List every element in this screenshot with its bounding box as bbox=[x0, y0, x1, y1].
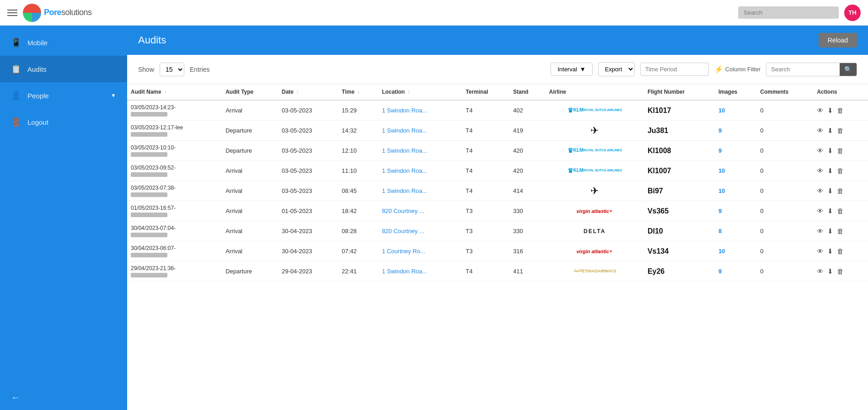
view-icon[interactable]: 👁 bbox=[817, 127, 824, 134]
col-terminal[interactable]: Terminal bbox=[462, 84, 509, 100]
sidebar-item-people[interactable]: 👤 People ▼ bbox=[0, 82, 127, 109]
cell-airline: ♛ KLM ROYAL DUTCH AIRLINES bbox=[546, 161, 644, 181]
delete-icon[interactable]: 🗑 bbox=[837, 127, 844, 134]
col-comments[interactable]: Comments bbox=[756, 84, 813, 100]
download-icon[interactable]: ⬇ bbox=[827, 247, 833, 256]
cell-terminal: T4 bbox=[462, 100, 509, 121]
sidebar-item-mobile[interactable]: 📱 Mobile bbox=[0, 29, 127, 56]
cell-actions: 👁 ⬇ 🗑 bbox=[813, 241, 868, 261]
download-icon[interactable]: ⬇ bbox=[827, 106, 833, 115]
main-header: Audits Reload bbox=[127, 26, 868, 55]
cell-location[interactable]: 1 Swindon Roa... bbox=[378, 161, 462, 181]
cell-flight-number: Vs134 bbox=[644, 241, 715, 261]
col-audit-name[interactable]: Audit Name ↕ bbox=[127, 84, 222, 100]
reload-button[interactable]: Reload bbox=[819, 33, 857, 48]
download-icon[interactable]: ⬇ bbox=[827, 167, 833, 175]
cell-location[interactable]: 1 Swindon Roa... bbox=[378, 100, 462, 121]
view-icon[interactable]: 👁 bbox=[817, 267, 824, 275]
cell-time: 15:29 bbox=[338, 100, 378, 121]
time-period-input[interactable] bbox=[640, 63, 709, 76]
cell-flight-number: Kl1007 bbox=[644, 161, 715, 181]
sidebar-back[interactable]: ← bbox=[0, 385, 127, 410]
delete-icon[interactable]: 🗑 bbox=[837, 106, 844, 114]
cell-audit-type: Arrival bbox=[222, 100, 278, 121]
sidebar-item-audits[interactable]: 📋 Audits bbox=[0, 56, 127, 82]
cell-images: 9 bbox=[715, 261, 756, 282]
cell-location[interactable]: 1 Swindon Roa... bbox=[378, 261, 462, 282]
delete-icon[interactable]: 🗑 bbox=[837, 267, 844, 275]
view-icon[interactable]: 👁 bbox=[817, 147, 824, 154]
cell-flight-number: Kl1008 bbox=[644, 141, 715, 161]
sidebar: 📱 Mobile 📋 Audits 👤 People ▼ 🚪 Logout ← bbox=[0, 26, 127, 410]
table-row: 03/05/2023-09:52- Arrival 03-05-2023 11:… bbox=[127, 161, 868, 181]
cell-stand: 420 bbox=[509, 161, 546, 181]
col-location[interactable]: Location ↕ bbox=[378, 84, 462, 100]
col-date[interactable]: Date ↕ bbox=[278, 84, 338, 100]
sidebar-item-logout[interactable]: 🚪 Logout bbox=[0, 109, 127, 135]
download-icon[interactable]: ⬇ bbox=[827, 147, 833, 155]
view-icon[interactable]: 👁 bbox=[817, 106, 824, 114]
entries-select[interactable]: 15 25 50 bbox=[160, 63, 184, 76]
logo-circle bbox=[23, 4, 41, 22]
interval-button[interactable]: Interval ▼ bbox=[551, 63, 593, 76]
back-icon: ← bbox=[11, 392, 20, 403]
col-time[interactable]: Time ↕ bbox=[338, 84, 378, 100]
cell-location[interactable]: 820 Courtney ... bbox=[378, 221, 462, 241]
download-icon[interactable]: ⬇ bbox=[827, 267, 833, 276]
cell-airline: ✈ bbox=[546, 121, 644, 141]
cell-time: 08:45 bbox=[338, 181, 378, 201]
cell-terminal: T4 bbox=[462, 121, 509, 141]
cell-terminal: T4 bbox=[462, 181, 509, 201]
search-input[interactable] bbox=[766, 63, 840, 75]
cell-audit-type: Departure bbox=[222, 261, 278, 282]
table-row: 03/05/2023-12:17-lee Departure 03-05-202… bbox=[127, 121, 868, 141]
cell-location[interactable]: 1 Courtney Ro... bbox=[378, 241, 462, 261]
cell-location[interactable]: 820 Courtney ... bbox=[378, 201, 462, 221]
view-icon[interactable]: 👁 bbox=[817, 187, 824, 195]
delete-icon[interactable]: 🗑 bbox=[837, 227, 844, 235]
delete-icon[interactable]: 🗑 bbox=[837, 187, 844, 195]
cell-audit-name: 29/04/2023-21:36- bbox=[127, 261, 222, 282]
download-icon[interactable]: ⬇ bbox=[827, 227, 833, 235]
column-filter[interactable]: ⚡ Column Filter bbox=[714, 65, 761, 74]
cell-actions: 👁 ⬇ 🗑 bbox=[813, 201, 868, 221]
cell-stand: 419 bbox=[509, 121, 546, 141]
download-icon[interactable]: ⬇ bbox=[827, 127, 833, 135]
layout: 📱 Mobile 📋 Audits 👤 People ▼ 🚪 Logout ← bbox=[0, 26, 868, 410]
delete-icon[interactable]: 🗑 bbox=[837, 207, 844, 215]
cell-comments: 0 bbox=[756, 201, 813, 221]
view-icon[interactable]: 👁 bbox=[817, 207, 824, 215]
table-row: 30/04/2023-06:07- Arrival 30-04-2023 07:… bbox=[127, 241, 868, 261]
delete-icon[interactable]: 🗑 bbox=[837, 147, 844, 154]
col-audit-type[interactable]: Audit Type bbox=[222, 84, 278, 100]
cell-location[interactable]: 1 Swindon Roa... bbox=[378, 141, 462, 161]
view-icon[interactable]: 👁 bbox=[817, 167, 824, 175]
delete-icon[interactable]: 🗑 bbox=[837, 247, 844, 255]
delete-icon[interactable]: 🗑 bbox=[837, 167, 844, 175]
view-icon[interactable]: 👁 bbox=[817, 227, 824, 235]
cell-audit-type: Arrival bbox=[222, 241, 278, 261]
topbar-right: TH bbox=[738, 5, 861, 21]
export-select[interactable]: Export CSV PDF bbox=[598, 62, 635, 76]
search-button[interactable]: 🔍 bbox=[840, 63, 857, 76]
hamburger-menu[interactable] bbox=[7, 10, 17, 16]
cell-terminal: T4 bbox=[462, 161, 509, 181]
cell-location[interactable]: 1 Swindon Roa... bbox=[378, 181, 462, 201]
topbar-search[interactable] bbox=[738, 6, 839, 19]
table-row: 29/04/2023-21:36- Departure 29-04-2023 2… bbox=[127, 261, 868, 282]
download-icon[interactable]: ⬇ bbox=[827, 207, 833, 215]
col-images[interactable]: Images bbox=[715, 84, 756, 100]
table-wrap: Audit Name ↕ Audit Type Date ↕ Time ↕ Lo… bbox=[127, 84, 868, 410]
view-icon[interactable]: 👁 bbox=[817, 247, 824, 255]
table-header-row: Audit Name ↕ Audit Type Date ↕ Time ↕ Lo… bbox=[127, 84, 868, 100]
col-stand[interactable]: Stand bbox=[509, 84, 546, 100]
col-flight-number[interactable]: Flight Number bbox=[644, 84, 715, 100]
cell-images: 9 bbox=[715, 141, 756, 161]
download-icon[interactable]: ⬇ bbox=[827, 187, 833, 195]
cell-airline: ✈ bbox=[546, 181, 644, 201]
col-airline[interactable]: Airline bbox=[546, 84, 644, 100]
cell-location[interactable]: 1 Swindon Roa... bbox=[378, 121, 462, 141]
cell-airline: virgin atlantic✈ bbox=[546, 241, 644, 261]
cell-stand: 330 bbox=[509, 201, 546, 221]
cell-audit-name: 01/05/2023-16:57- bbox=[127, 201, 222, 221]
